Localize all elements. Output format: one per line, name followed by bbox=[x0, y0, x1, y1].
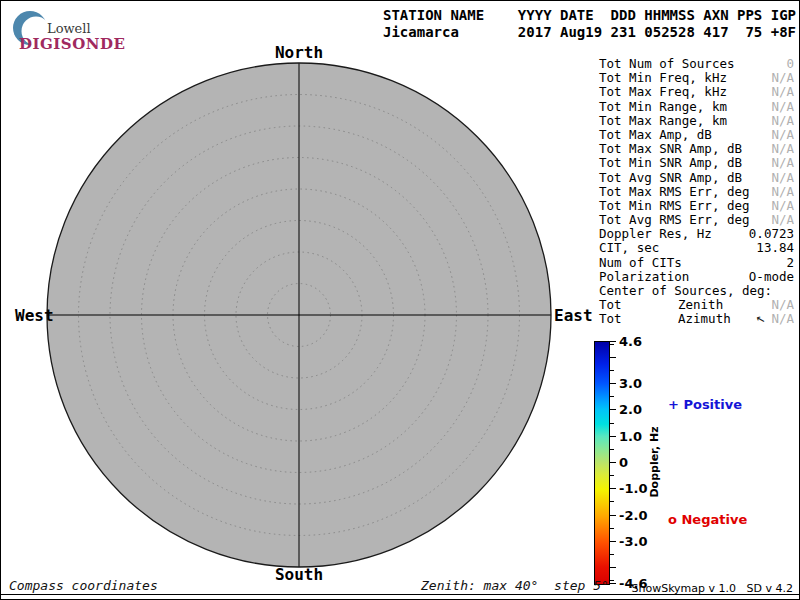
stat-row: Num of CITs2 bbox=[599, 256, 795, 270]
colorbar-tick bbox=[610, 344, 614, 345]
stat-label: Tot Max RMS Err, deg bbox=[599, 184, 750, 199]
colorbar-axis-title: Doppler, Hz bbox=[648, 426, 661, 497]
stat-sublabel: Azimuth bbox=[678, 312, 731, 326]
compass-label-north: North bbox=[275, 43, 323, 62]
colorbar-tick bbox=[610, 554, 614, 555]
stat-label: Tot Min Freq, kHz bbox=[599, 70, 727, 85]
colorbar-tick bbox=[610, 475, 614, 476]
colorbar-tick bbox=[610, 370, 614, 371]
statistics-panel: Tot Num of Sources0Tot Min Freq, kHzN/AT… bbox=[599, 57, 795, 327]
stat-label: Tot Num of Sources bbox=[599, 56, 734, 71]
stat-value: 2 bbox=[786, 256, 794, 270]
colorbar-tick-label: -1.0 bbox=[619, 481, 647, 496]
colorbar-tick bbox=[610, 528, 614, 529]
stat-row: PolarizationO-mode bbox=[599, 270, 795, 284]
colorbar-tick bbox=[610, 462, 616, 463]
skymap-plot bbox=[1, 1, 561, 600]
footer-divider bbox=[1, 594, 799, 595]
colorbar-tick bbox=[610, 449, 614, 450]
stat-row: Tot Avg RMS Err, degN/A bbox=[599, 213, 795, 227]
stat-label: Tot Max Range, km bbox=[599, 113, 727, 128]
stat-row: TotAzimuth↖N/A bbox=[599, 312, 795, 326]
stat-sublabel: Zenith bbox=[678, 298, 723, 312]
colorbar-tick bbox=[610, 357, 616, 358]
stat-label: Tot Min SNR Amp, dB bbox=[599, 155, 742, 170]
stat-value: N/A bbox=[771, 312, 794, 326]
colorbar-tick-label: 4.6 bbox=[619, 334, 642, 349]
stat-label: Tot bbox=[599, 311, 622, 326]
mouse-cursor-icon: ↖ bbox=[754, 312, 767, 328]
legend-positive: + Positive bbox=[668, 397, 742, 412]
stat-label: Tot Max SNR Amp, dB bbox=[599, 141, 742, 156]
stat-label: Tot bbox=[599, 297, 622, 312]
colorbar-tick bbox=[610, 436, 616, 437]
colorbar-tick-label: -2.0 bbox=[619, 507, 647, 522]
stat-value: O-mode bbox=[749, 270, 794, 284]
stat-row: TotZenithN/A bbox=[599, 298, 795, 312]
colorbar-tick-label: 1.0 bbox=[619, 428, 642, 443]
stat-label: Doppler Res, Hz bbox=[599, 226, 712, 241]
stat-value: N/A bbox=[771, 199, 794, 213]
stat-value: N/A bbox=[771, 213, 794, 227]
stat-row: CIT, sec13.84 bbox=[599, 241, 795, 255]
stat-value: N/A bbox=[771, 142, 794, 156]
legend-negative: o Negative bbox=[668, 512, 747, 527]
colorbar-tick bbox=[610, 541, 616, 542]
colorbar-tick bbox=[610, 423, 614, 424]
stat-label: Tot Min Range, km bbox=[599, 99, 727, 114]
stat-row: Tot Min SNR Amp, dBN/A bbox=[599, 156, 795, 170]
stat-label: Tot Min RMS Err, deg bbox=[599, 198, 750, 213]
stat-label: Tot Max Amp, dB bbox=[599, 127, 712, 142]
stat-row: Doppler Res, Hz0.0723 bbox=[599, 227, 795, 241]
footer-coordinates-caption: Compass coordinates bbox=[9, 578, 158, 593]
colorbar-tick bbox=[610, 567, 616, 568]
stat-value: 13.84 bbox=[756, 241, 794, 255]
compass-label-south: South bbox=[275, 565, 323, 584]
colorbar-tick bbox=[610, 383, 616, 384]
stat-value: N/A bbox=[771, 298, 794, 312]
stat-row: Center of Sources, deg: bbox=[599, 284, 795, 298]
colorbar-tick bbox=[610, 488, 616, 489]
stat-row: Tot Min Freq, kHzN/A bbox=[599, 71, 795, 85]
stat-row: Tot Max RMS Err, degN/A bbox=[599, 185, 795, 199]
colorbar-tick bbox=[610, 396, 614, 397]
stat-label: Tot Avg RMS Err, deg bbox=[599, 212, 750, 227]
showskymap-window: Lowell DIGISONDE STATION NAME YYYY DATE … bbox=[0, 0, 800, 600]
stat-row: Tot Max Range, kmN/A bbox=[599, 114, 795, 128]
compass-label-east: East bbox=[554, 306, 593, 325]
stat-value: N/A bbox=[771, 114, 794, 128]
stat-row: Tot Max Freq, kHzN/A bbox=[599, 85, 795, 99]
colorbar-tick bbox=[610, 501, 614, 502]
stat-row: Tot Max SNR Amp, dBN/A bbox=[599, 142, 795, 156]
stat-value: N/A bbox=[771, 171, 794, 185]
stat-value: N/A bbox=[771, 85, 794, 99]
stat-label: Tot Max Freq, kHz bbox=[599, 84, 727, 99]
colorbar-tick-label: 3.0 bbox=[619, 376, 642, 391]
compass-label-west: West bbox=[15, 306, 54, 325]
colorbar-tick-label: -3.0 bbox=[619, 533, 647, 548]
stat-row: Tot Max Amp, dBN/A bbox=[599, 128, 795, 142]
stat-label: CIT, sec bbox=[599, 240, 659, 255]
doppler-colorbar bbox=[594, 341, 610, 585]
stat-row: Tot Min Range, kmN/A bbox=[599, 100, 795, 114]
stat-label: Num of CITs bbox=[599, 255, 682, 270]
stat-label: Polarization bbox=[599, 269, 689, 284]
stat-value: 0.0723 bbox=[749, 227, 794, 241]
stat-row: Tot Min RMS Err, degN/A bbox=[599, 199, 795, 213]
colorbar-tick bbox=[610, 515, 616, 516]
stat-value: N/A bbox=[771, 128, 794, 142]
stat-row: Tot Avg SNR Amp, dBN/A bbox=[599, 171, 795, 185]
colorbar-tick-label: 0 bbox=[619, 455, 628, 470]
stat-label: Center of Sources, deg: bbox=[599, 283, 772, 298]
colorbar-tick bbox=[610, 341, 616, 342]
colorbar-tick bbox=[610, 409, 616, 410]
stat-value: 0 bbox=[786, 57, 794, 71]
stat-value: N/A bbox=[771, 185, 794, 199]
footer-zenith-caption: Zenith: max 40° step 5° bbox=[421, 578, 609, 593]
stat-value: N/A bbox=[771, 156, 794, 170]
stat-value: N/A bbox=[771, 71, 794, 85]
colorbar-tick bbox=[610, 580, 614, 581]
stat-value: N/A bbox=[771, 100, 794, 114]
colorbar-tick-label: 2.0 bbox=[619, 402, 642, 417]
stat-label: Tot Avg SNR Amp, dB bbox=[599, 170, 742, 185]
